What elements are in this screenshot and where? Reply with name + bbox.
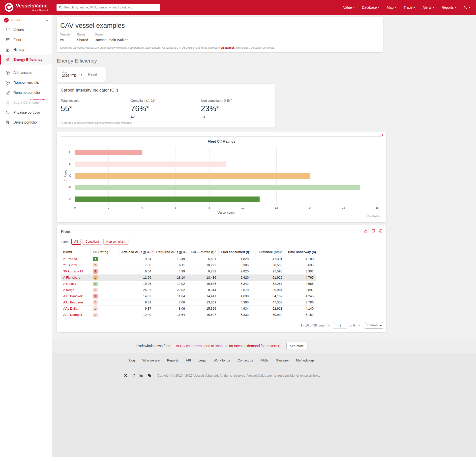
next-page-button[interactable]: › (357, 323, 361, 327)
x-icon[interactable] (123, 373, 128, 378)
column-header-fuel[interactable]: Fuel consumed (t)e (219, 248, 251, 256)
filter-chip-non-compliant[interactable]: Non compliant (103, 239, 128, 245)
bar-rating-C[interactable] (75, 173, 310, 179)
sidebar-item-remove-vessels[interactable]: Remove vessels (0, 78, 52, 88)
sidebar-item-energy-efficiency[interactable]: Energy Efficiency (0, 55, 52, 65)
sidebar-item-fleet[interactable]: Fleet (0, 35, 52, 45)
vessel-name-link[interactable]: A Flensburg (63, 276, 80, 279)
vessel-name-link[interactable]: A Galaxy (63, 282, 76, 286)
vessel-name-link[interactable]: 21 Panda (63, 257, 77, 261)
column-header-rating[interactable]: CII Ratinge (91, 248, 119, 256)
column-header-required[interactable]: Required AER (g C...e (154, 248, 187, 256)
cell-required: 13.10 (154, 274, 187, 281)
footer-link-faqs[interactable]: FAQs (260, 359, 268, 362)
columns-icon[interactable] (371, 229, 375, 233)
sidebar-item-buy-a-certificate[interactable]: Buy a CertificateCOMING SOON (0, 98, 52, 107)
see-more-button[interactable]: See more (286, 342, 307, 350)
disclaimer-link[interactable]: disclaimer (221, 46, 234, 49)
stat-label: Non compliant (D-E)e (201, 98, 271, 102)
bar-rating-D[interactable] (75, 162, 226, 167)
newsfeed-label: Tradewinds news feed: (136, 344, 171, 348)
filter-chip-all[interactable]: All (71, 239, 81, 245)
nav-item-alerts[interactable]: Alerts▾ (419, 3, 437, 11)
footer-link-who-we-are[interactable]: Who we are (142, 359, 159, 362)
brand-logo[interactable]: VesselsValue Veson Nautical (4, 3, 51, 12)
wechat-icon[interactable] (147, 373, 152, 378)
sidebar-item-add-vessels[interactable]: Add vessels (0, 68, 52, 78)
instagram-icon[interactable] (131, 373, 136, 378)
footer-link-methodology[interactable]: Methodology (296, 359, 314, 362)
column-header-name[interactable]: Name↑ (61, 248, 91, 256)
page-number-input[interactable] (333, 322, 347, 329)
nav-item-database[interactable]: Database▾ (359, 3, 383, 11)
stat-value: 76%* (131, 104, 201, 113)
sidebar-item-rename-portfolio[interactable]: Rename portfolio (0, 88, 52, 98)
info-icon[interactable] (379, 229, 383, 233)
nav-item-map[interactable]: Map▾ (384, 3, 399, 11)
download-icon[interactable] (364, 229, 368, 233)
sidebar-item-delete-portfolio[interactable]: Delete portfolio (0, 117, 52, 127)
column-label: Time underway (h) (287, 250, 316, 254)
filter-row: Filter: AllCompliantNon compliant (61, 239, 382, 245)
previous-page-button[interactable]: ‹ (327, 323, 331, 327)
collapse-sidebar-button[interactable]: « (46, 18, 48, 22)
newsfeed-headline-link[interactable]: VLCC charterers need to ‘man up’ on rate… (176, 344, 282, 348)
footer-link-glossary[interactable]: Glossary (276, 359, 289, 362)
brand-subtitle: Veson Nautical (32, 9, 48, 11)
sidebar-item-history[interactable]: History (0, 45, 52, 55)
column-header-attained[interactable]: Attained AER (g C...e (119, 248, 154, 256)
footer-link-work-for-us[interactable]: Work for us (214, 359, 230, 362)
rows-per-page-select[interactable]: 10 rows (365, 322, 383, 329)
bar-rating-A[interactable] (75, 196, 260, 202)
search-input[interactable] (64, 5, 158, 9)
rating-badge-B: B (93, 282, 98, 286)
footer-link-api[interactable]: API (186, 359, 191, 362)
sidebar-item-privatise-portfolio[interactable]: Privatise portfolio (0, 107, 52, 117)
vessel-name-link[interactable]: A Keiga (63, 288, 74, 292)
footer-link-legal[interactable]: Legal (198, 359, 206, 362)
filter-chip-compliant[interactable]: Compliant (83, 239, 102, 245)
vessel-name-link[interactable]: AAL Dampier (63, 313, 82, 317)
view-select[interactable]: View: 2025 YTD ▾ (60, 70, 84, 79)
cell-co2: 8,782 (187, 268, 219, 274)
footer-link-contact-us[interactable]: Contact us (238, 359, 253, 362)
linkedin-icon[interactable] (139, 373, 144, 378)
nav-item-reports[interactable]: Reports▾ (438, 3, 460, 11)
column-header-co2[interactable]: CO₂ Emitted (t)e (187, 248, 219, 256)
bar-row-A (75, 193, 377, 205)
vessel-name-link[interactable]: AAL Bangkok (63, 294, 83, 298)
vessel-name-link[interactable]: AAL Brisbane (63, 300, 83, 304)
cell-co2: 14,441 (187, 293, 219, 299)
sort-ascending-icon[interactable]: ↑ (87, 250, 89, 253)
field-status: Status Shared (77, 33, 88, 42)
reset-button[interactable]: Reset (88, 72, 97, 76)
x-tick-label: 18 (376, 206, 379, 209)
global-search[interactable] (57, 4, 160, 11)
vessel-name-link[interactable]: 30 Agustos M (63, 269, 83, 273)
cell-time: 3,302 (285, 268, 316, 274)
user-menu[interactable]: ▾ (459, 3, 471, 12)
vessel-name-link[interactable]: AAL Dalian (63, 307, 79, 310)
bar-rating-E[interactable] (75, 150, 142, 155)
top-header: VesselsValue Veson Nautical Value▾Databa… (0, 0, 476, 15)
vessel-name-cell: 30 Agustos M (61, 268, 91, 274)
x-tick-label: 8 (208, 206, 210, 209)
vessel-name-link[interactable]: 21 Sunny (63, 263, 77, 267)
cell-fuel: 5,333 (219, 312, 251, 318)
nav-item-value[interactable]: Value▾ (340, 3, 357, 11)
y-axis-label: CII Rating (64, 166, 67, 186)
disclaimer-text: Dead and cancelled vessels are automatic… (60, 46, 380, 49)
column-header-distance[interactable]: Distance (nm)e (251, 248, 285, 256)
footer-link-blog[interactable]: Blog (128, 359, 135, 362)
footer-link-reports[interactable]: Reports (167, 359, 178, 362)
estimate-flag: e (154, 98, 155, 101)
nav-item-trade[interactable]: Trade▾ (400, 3, 418, 11)
pagination-of: of 6 (350, 324, 355, 327)
cell-time: 3,891 (285, 287, 316, 293)
column-label: Distance (nm) (259, 250, 281, 254)
bar-rating-B[interactable] (75, 185, 360, 190)
sidebar-item-values[interactable]: Values (0, 25, 52, 35)
column-header-time[interactable]: Time underway (h)e (285, 248, 316, 256)
bar-row-D (75, 158, 377, 170)
stat-label: Total vessels (61, 98, 131, 102)
